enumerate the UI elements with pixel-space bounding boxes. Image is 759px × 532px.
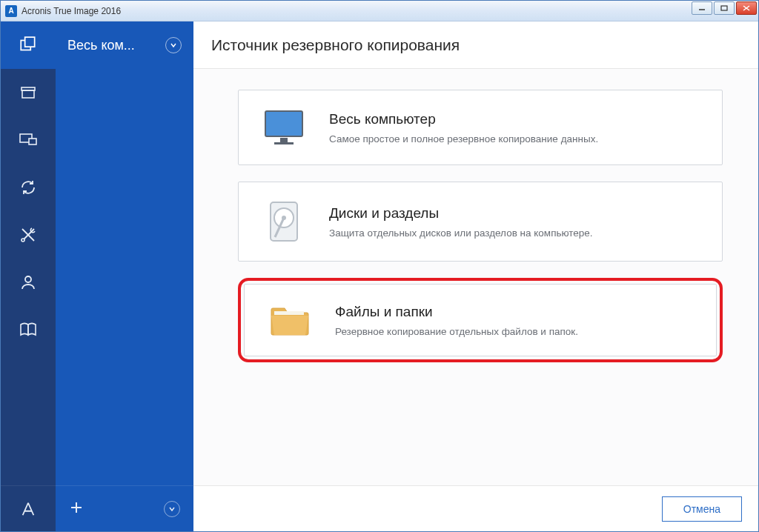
more-backup-options[interactable] (164, 501, 180, 517)
option-title: Весь компьютер (329, 111, 598, 127)
option-title: Диски и разделы (329, 205, 593, 222)
svg-rect-19 (274, 142, 294, 144)
book-icon (19, 321, 38, 339)
window-title: Acronis True Image 2016 (21, 6, 121, 16)
nav-devices[interactable] (1, 116, 56, 164)
svg-rect-9 (29, 139, 36, 144)
app-icon: A (5, 5, 17, 17)
close-button[interactable] (736, 1, 757, 15)
nav-help[interactable] (1, 306, 56, 353)
option-files[interactable]: Файлы и папки Резервное копирование отде… (244, 284, 717, 356)
chevron-down-icon (168, 505, 176, 513)
minimize-button[interactable] (692, 1, 712, 15)
app-window: A Acronis True Image 2016 (0, 0, 759, 532)
svg-point-12 (21, 239, 24, 242)
content: Источник резервного копирования Весь ком… (193, 21, 758, 531)
plus-icon (69, 500, 84, 515)
subpanel-header[interactable]: Весь ком... (56, 21, 193, 69)
nav-brand[interactable] (1, 485, 56, 531)
svg-rect-7 (22, 90, 34, 98)
tools-icon (19, 226, 37, 244)
option-desc: Защита отдельных дисков или разделов на … (329, 227, 593, 239)
option-entire-pc[interactable]: Весь компьютер Самое простое и полное ре… (238, 90, 723, 165)
nav-tools[interactable] (1, 211, 56, 259)
svg-rect-5 (25, 37, 35, 47)
content-body: Весь компьютер Самое простое и полное ре… (193, 69, 758, 485)
option-desc: Самое простое и полное резервное копиров… (329, 133, 598, 144)
body: Весь ком... Источник резер (1, 21, 758, 531)
nav-archive[interactable] (1, 69, 56, 116)
devices-icon (19, 131, 38, 149)
monitor-icon (259, 108, 308, 147)
svg-rect-17 (267, 113, 301, 135)
hdd-icon (259, 200, 308, 243)
svg-point-13 (25, 276, 31, 282)
page-title: Источник резервного копирования (193, 21, 758, 69)
account-icon (19, 273, 37, 291)
nav-account[interactable] (1, 259, 56, 306)
archive-icon (19, 84, 37, 102)
maximize-button[interactable] (714, 1, 735, 15)
add-backup-button[interactable] (69, 500, 84, 518)
sync-icon (19, 179, 37, 196)
titlebar: A Acronis True Image 2016 (1, 1, 758, 21)
folder-icon (265, 302, 314, 338)
svg-rect-18 (280, 138, 288, 142)
brand-a-icon (20, 501, 36, 517)
cancel-button[interactable]: Отмена (662, 496, 742, 522)
chevron-down-icon (165, 37, 182, 53)
nav-sync[interactable] (1, 164, 56, 211)
svg-rect-24 (274, 311, 304, 315)
content-footer: Отмена (193, 485, 758, 531)
option-disks[interactable]: Диски и разделы Защита отдельных дисков … (238, 182, 723, 262)
nav-backup[interactable] (1, 21, 56, 69)
subpanel-footer (56, 485, 193, 531)
nav-rail (1, 21, 56, 531)
window-controls (692, 1, 757, 15)
svg-rect-1 (721, 6, 727, 10)
subpanel-title: Весь ком... (67, 38, 135, 53)
option-files-highlight: Файлы и папки Резервное копирование отде… (238, 278, 723, 362)
backup-subpanel: Весь ком... (56, 21, 193, 531)
option-desc: Резервное копирование отдельных файлов и… (335, 326, 578, 337)
option-title: Файлы и папки (335, 304, 578, 320)
backup-icon (19, 36, 38, 55)
